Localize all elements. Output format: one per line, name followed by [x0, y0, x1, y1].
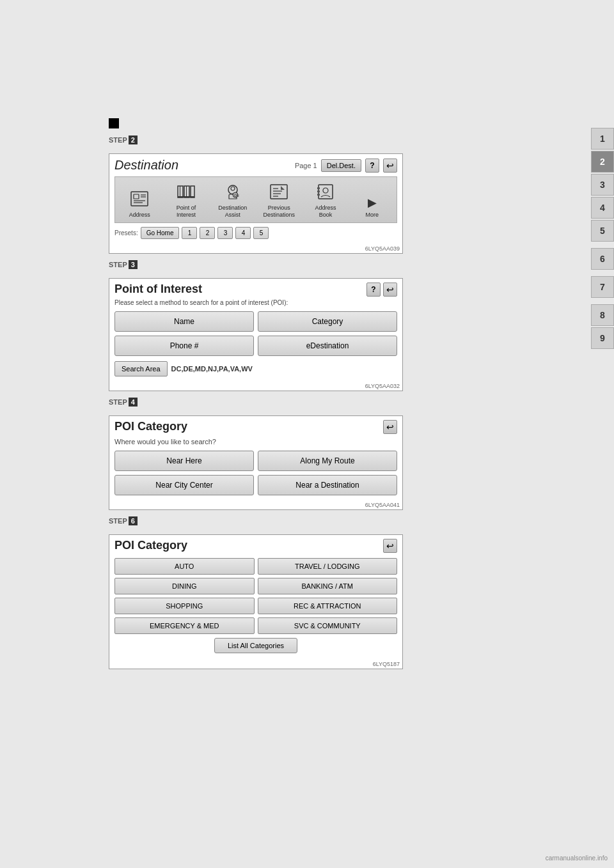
poi-label: Point ofInterest	[177, 205, 196, 219]
poi-description: Please select a method to search for a p…	[114, 299, 397, 306]
near-city-center-button[interactable]: Near City Center	[114, 475, 254, 495]
addr-book-icon	[313, 181, 338, 203]
poi-category-button[interactable]: Category	[258, 311, 397, 332]
poi-title: Point of Interest	[114, 283, 202, 296]
preset-5[interactable]: 5	[253, 227, 269, 239]
chapter-1[interactable]: 1	[591, 128, 614, 150]
poicat-panel: POI Category ↩ Where would you like to s…	[109, 416, 402, 500]
poicat6-header: POI Category ↩	[114, 539, 397, 553]
svg-rect-17	[319, 185, 333, 199]
preset-4[interactable]: 4	[235, 227, 251, 239]
back-button-step6[interactable]: ↩	[383, 539, 397, 553]
chapter-3[interactable]: 3	[591, 174, 614, 196]
more-arrow-icon: ▶	[368, 196, 377, 210]
chapter-5[interactable]: 5	[591, 220, 614, 242]
svg-point-13	[231, 187, 235, 190]
step3-image-code: 6LYQ5AA032	[109, 382, 402, 391]
step6-label: STEP 6	[109, 516, 138, 525]
back-button-step4[interactable]: ↩	[383, 420, 397, 434]
preset-go-home[interactable]: Go Home	[141, 227, 180, 239]
shopping-button[interactable]: SHOPPING	[114, 598, 255, 614]
list-all-categories-button[interactable]: List All Categories	[214, 638, 297, 653]
svg-rect-1	[134, 194, 139, 199]
near-destination-button[interactable]: Near a Destination	[258, 475, 397, 495]
chapter-9[interactable]: 9	[591, 327, 614, 349]
chapter-8[interactable]: 8	[591, 304, 614, 326]
svg-rect-18	[317, 187, 320, 189]
travel-lodging-button[interactable]: TRAVEL / LODGING	[258, 558, 398, 575]
poi-phone-button[interactable]: Phone #	[114, 336, 254, 356]
step4-container: STEP 4 POI Category ↩ Where would you li…	[109, 407, 403, 510]
chapter-2[interactable]: 2	[591, 151, 614, 173]
svg-rect-16	[271, 185, 287, 199]
svg-rect-10	[191, 186, 194, 198]
emergency-med-button[interactable]: EMERGENCY & MED	[114, 617, 255, 634]
step6-panel: POI Category ↩ AUTO TRAVEL / LODGING DIN…	[109, 534, 403, 669]
chapter-4[interactable]: 4	[591, 197, 614, 219]
poi-panel: Point of Interest ? ↩ Please select a me…	[109, 279, 402, 382]
step6-text: STEP	[109, 517, 127, 525]
search-area-value: DC,DE,MD,NJ,PA,VA,WV	[171, 365, 253, 373]
step2-label: STEP 2	[109, 136, 138, 144]
main-content: STEP 2 Destination Page 1 Del.Dest. ? ↩	[109, 134, 403, 669]
prev-dest-icon	[267, 181, 291, 203]
page-background: 1 2 3 4 5 6 7 8 9 STEP 2 Destination Pag…	[0, 0, 614, 868]
del-dest-button[interactable]: Del.Dest.	[321, 159, 361, 172]
svg-point-21	[323, 188, 328, 193]
icon-poi[interactable]: Point ofInterest	[164, 181, 209, 219]
back-button-step2[interactable]: ↩	[383, 159, 397, 173]
along-my-route-button[interactable]: Along My Route	[258, 451, 397, 471]
dining-button[interactable]: DINING	[114, 578, 255, 594]
page-label: Page 1	[295, 162, 317, 169]
destination-panel: Destination Page 1 Del.Dest. ? ↩	[109, 154, 402, 244]
icon-addr-book[interactable]: AddressBook	[304, 181, 348, 219]
svg-rect-19	[317, 190, 320, 192]
poi-edestination-button[interactable]: eDestination	[258, 336, 397, 356]
svg-rect-7	[180, 186, 180, 198]
more-label: More	[365, 212, 379, 219]
preset-1[interactable]: 1	[182, 227, 197, 239]
svg-rect-11	[178, 196, 194, 198]
step3-container: STEP 3 Point of Interest ? ↩ Please sele…	[109, 269, 403, 391]
search-area-button[interactable]: Search Area	[114, 361, 168, 376]
back-button-step3[interactable]: ↩	[383, 283, 397, 297]
poicat6-panel: POI Category ↩ AUTO TRAVEL / LODGING DIN…	[109, 535, 402, 660]
dest-title: Destination	[114, 158, 178, 173]
dest-header: Destination Page 1 Del.Dest. ? ↩	[114, 158, 397, 173]
step3-num: 3	[129, 260, 138, 269]
poi-name-button[interactable]: Name	[114, 311, 254, 332]
svg-rect-20	[317, 194, 320, 196]
step6-container: STEP 6 POI Category ↩ AUTO TRAVEL / LODG…	[109, 525, 403, 669]
icon-grid: Address	[114, 176, 397, 223]
step2-num: 2	[129, 136, 138, 144]
step4-image-code: 6LYQ5AA041	[109, 500, 402, 509]
svg-rect-9	[186, 186, 187, 198]
step6-image-code: 6LYQ5187	[109, 660, 402, 669]
presets-label: Presets:	[114, 229, 138, 236]
prev-dest-label: PreviousDestinations	[264, 205, 295, 219]
step3-panel: Point of Interest ? ↩ Please select a me…	[109, 278, 403, 391]
chapter-7[interactable]: 7	[591, 276, 614, 298]
auto-button[interactable]: AUTO	[114, 558, 255, 575]
dest-assist-label: DestinationAssist	[218, 205, 247, 219]
question-button-step2[interactable]: ?	[365, 159, 379, 173]
step3-label: STEP 3	[109, 260, 138, 269]
svc-community-button[interactable]: SVC & COMMUNITY	[258, 617, 398, 634]
preset-3[interactable]: 3	[217, 227, 233, 239]
svg-text:ON: ON	[234, 194, 239, 198]
poicat-title: POI Category	[114, 420, 187, 433]
step4-label: STEP 4	[109, 398, 138, 407]
chapter-nav: 1 2 3 4 5 6 7 8 9	[591, 128, 614, 349]
question-button-step3[interactable]: ?	[366, 283, 381, 297]
icon-address[interactable]: Address	[118, 188, 162, 219]
icon-dest-assist[interactable]: ON DestinationAssist	[210, 181, 255, 219]
banking-atm-button[interactable]: BANKING / ATM	[258, 578, 398, 594]
chapter-6[interactable]: 6	[591, 248, 614, 270]
near-here-button[interactable]: Near Here	[114, 451, 254, 471]
poi-header: Point of Interest ? ↩	[114, 283, 397, 297]
addr-book-label: AddressBook	[315, 205, 336, 219]
preset-2[interactable]: 2	[200, 227, 215, 239]
rec-attraction-button[interactable]: REC & ATTRACTION	[258, 598, 398, 614]
icon-more[interactable]: ▶ More	[350, 196, 394, 219]
icon-prev-dest[interactable]: PreviousDestinations	[257, 181, 301, 219]
